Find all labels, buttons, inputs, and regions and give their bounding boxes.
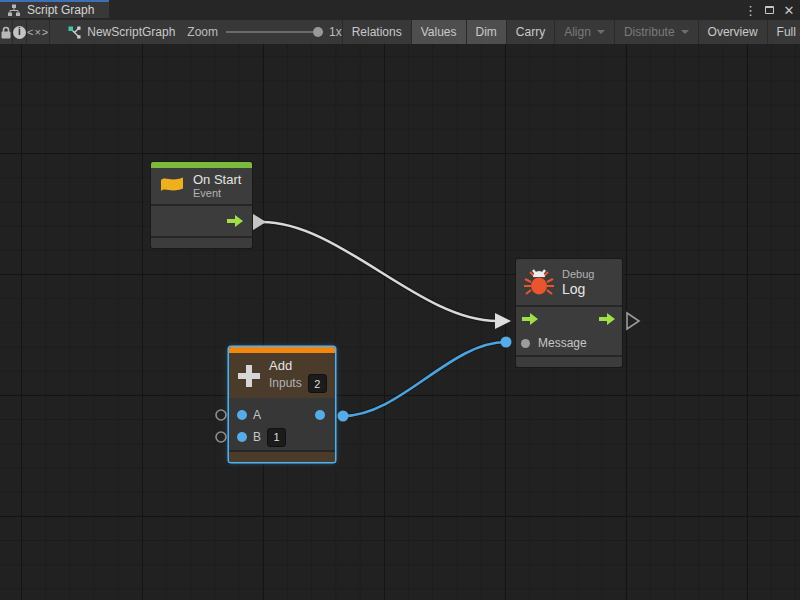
chevron-down-icon	[597, 30, 605, 38]
lock-icon	[0, 26, 12, 39]
debug-log-header: Debug Log	[516, 259, 622, 305]
value-output-port[interactable]	[315, 410, 325, 420]
flow-target-arrow[interactable]	[495, 313, 511, 329]
flow-output-port[interactable]	[227, 214, 244, 228]
value-wire-source-dot[interactable]	[338, 411, 349, 422]
flow-source-arrow[interactable]	[253, 214, 266, 230]
graph-toolbar: i <×> NewScriptGraph Zoom 1x Relations V…	[0, 20, 800, 44]
code-icon: <×>	[27, 26, 49, 38]
zoom-label: Zoom	[187, 25, 218, 39]
values-button[interactable]: Values	[411, 20, 466, 44]
node-debug-log[interactable]: Debug Log Message	[516, 259, 622, 367]
maximize-icon[interactable]	[765, 6, 774, 14]
window-tab-strip: Script Graph ⋮ ✕	[0, 0, 800, 20]
zoom-value: 1x	[329, 25, 342, 39]
wire-onstart-to-log[interactable]	[262, 222, 497, 321]
plus-icon	[236, 363, 262, 389]
port-b-value-field[interactable]: 1	[267, 428, 286, 447]
script-graph-asset-icon	[68, 26, 81, 39]
carry-button[interactable]: Carry	[506, 20, 554, 44]
node-footer	[229, 452, 335, 462]
zoom-control: Zoom 1x	[187, 20, 341, 44]
unconnected-flow-output-marker[interactable]	[627, 313, 639, 329]
tab-title: Script Graph	[27, 3, 94, 17]
port-b-label: B	[253, 430, 261, 444]
port-row-a: A	[229, 404, 335, 426]
graph-canvas[interactable]: On Start Event	[0, 44, 800, 600]
value-input-port-a[interactable]	[237, 410, 247, 420]
full-screen-button[interactable]: Full S	[767, 20, 800, 44]
value-input-port-b[interactable]	[237, 432, 247, 442]
node-category: Debug	[562, 268, 594, 281]
node-footer	[516, 357, 622, 367]
code-preview-button[interactable]: <×>	[27, 20, 50, 44]
distribute-dropdown: Distribute	[614, 20, 698, 44]
unconnected-input-marker-a[interactable]	[216, 410, 226, 420]
overview-button[interactable]: Overview	[698, 20, 767, 44]
add-port-section: A B 1	[229, 398, 335, 450]
inspect-button[interactable]: i	[13, 20, 27, 44]
zoom-slider-thumb[interactable]	[313, 27, 323, 37]
debug-log-message-row: Message	[516, 331, 622, 355]
message-label: Message	[538, 336, 587, 350]
wire-overlay	[0, 44, 800, 600]
close-icon[interactable]: ✕	[783, 4, 795, 17]
port-row-b: B 1	[229, 426, 335, 448]
lock-button[interactable]	[0, 20, 13, 44]
node-add[interactable]: Add Inputs 2 A B 1	[229, 347, 335, 462]
chevron-down-icon	[681, 30, 689, 38]
graph-breadcrumb[interactable]: NewScriptGraph	[50, 20, 175, 44]
relations-button[interactable]: Relations	[342, 20, 411, 44]
bug-icon	[524, 269, 554, 296]
value-wire-target-dot[interactable]	[501, 337, 512, 348]
node-on-start[interactable]: On Start Event	[151, 162, 252, 248]
align-dropdown: Align	[554, 20, 614, 44]
node-subtitle: Event	[193, 187, 241, 200]
inputs-label: Inputs	[269, 377, 302, 390]
wire-add-to-message[interactable]	[343, 342, 506, 416]
flow-input-port[interactable]	[522, 312, 539, 326]
port-a-label: A	[253, 408, 261, 422]
dim-button[interactable]: Dim	[466, 20, 506, 44]
node-title: Log	[562, 281, 594, 297]
info-icon: i	[13, 26, 26, 39]
graph-hierarchy-icon	[7, 4, 21, 17]
toolbar-toggle-group: Relations Values Dim Carry Align Distrib…	[342, 20, 800, 44]
node-footer	[151, 238, 252, 248]
node-title: Add	[269, 358, 327, 373]
graph-name: NewScriptGraph	[87, 25, 175, 39]
node-title: On Start	[193, 172, 241, 187]
add-header: Add Inputs 2	[229, 353, 335, 398]
tab-script-graph[interactable]: Script Graph	[0, 0, 109, 18]
unconnected-input-marker-b[interactable]	[216, 432, 226, 442]
on-start-port-row	[151, 206, 252, 236]
debug-log-flow-row	[516, 307, 622, 331]
message-input-port[interactable]	[521, 339, 530, 348]
zoom-slider[interactable]	[226, 31, 321, 33]
window-controls: ⋮ ✕	[744, 0, 795, 20]
inputs-count-field[interactable]: 2	[308, 374, 327, 393]
flow-output-port[interactable]	[599, 312, 616, 326]
window-menu-icon[interactable]: ⋮	[744, 4, 756, 17]
flag-icon	[159, 175, 185, 197]
on-start-header: On Start Event	[151, 168, 252, 204]
